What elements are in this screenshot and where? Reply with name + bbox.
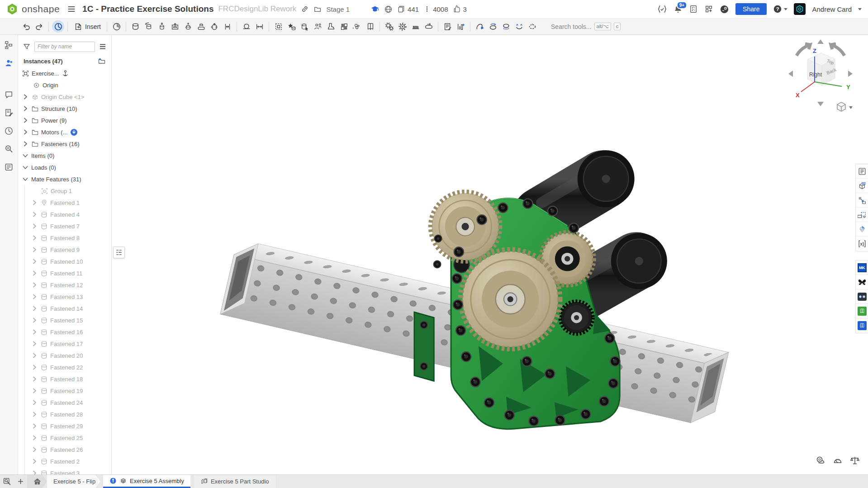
tree-item-mate[interactable]: Fastened 17 (18, 338, 111, 350)
chevron-down-icon[interactable] (22, 152, 29, 159)
chevron-down-icon[interactable] (858, 8, 862, 10)
chevron-down-icon[interactable] (22, 164, 29, 171)
tree-item-mate[interactable]: Fastened 8 (18, 232, 111, 244)
versions-history-icon[interactable] (4, 125, 14, 136)
mass-properties-icon[interactable] (850, 455, 860, 465)
tree-item-mate[interactable]: Fastened 28 (18, 408, 111, 420)
pattern-tool-icon[interactable] (338, 20, 350, 33)
chevron-right-icon[interactable] (31, 469, 38, 474)
tree-item-mate[interactable]: Fastened 19 (18, 385, 111, 397)
tree-item-mate[interactable]: Fastened 4 (18, 208, 111, 220)
tree-item-group[interactable]: Group 1 (18, 185, 111, 197)
pan-down-arrow[interactable] (817, 102, 824, 106)
add-folder-icon[interactable] (98, 57, 106, 65)
replicate-icon[interactable] (299, 20, 311, 33)
tree-item-mate[interactable]: Fastened 2 (18, 455, 111, 467)
onshape-logo[interactable]: onshape (6, 3, 60, 15)
link-icon[interactable] (301, 5, 309, 13)
pan-left-arrow[interactable] (788, 71, 793, 77)
tree-item-origin-cube[interactable]: Origin Cube <1> (18, 91, 111, 103)
tree-section-items[interactable]: Items (0) (18, 150, 111, 161)
mechanism-gears-icon[interactable] (383, 20, 395, 33)
tree-item-root-assembly[interactable]: Exercise... (18, 67, 111, 79)
group-tool-icon[interactable] (272, 20, 285, 33)
tree-item-mate[interactable]: Fastened 9 (18, 244, 111, 256)
chevron-right-icon[interactable] (31, 199, 38, 206)
pan-up-arrow[interactable] (817, 39, 824, 44)
standoff-plate[interactable] (414, 312, 434, 381)
folder-pages-icon[interactable] (364, 20, 376, 33)
likes-stat[interactable]: 3 (453, 5, 467, 13)
section-view-icon[interactable] (487, 20, 499, 33)
follow-user-icon[interactable] (4, 57, 14, 68)
chevron-right-icon[interactable] (31, 352, 38, 359)
home-tab[interactable] (27, 475, 47, 488)
tree-item-mate[interactable]: Fastened 29 (18, 420, 111, 432)
chevron-right-icon[interactable] (31, 281, 38, 289)
tree-item-mate[interactable]: Fastened 11 (18, 267, 111, 279)
chevron-right-icon[interactable] (31, 211, 38, 218)
chevron-right-icon[interactable] (31, 458, 38, 465)
variables-panel-icon[interactable] (856, 208, 868, 222)
tree-folder-power[interactable]: Power (9) (18, 114, 111, 126)
chevron-right-icon[interactable] (31, 246, 38, 253)
chevron-right-icon[interactable] (22, 93, 29, 100)
interference-check-icon[interactable] (455, 20, 467, 33)
tree-item-mate[interactable]: Fastened 26 (18, 444, 111, 455)
tree-section-loads[interactable]: Loads (0) (18, 161, 111, 173)
manikin-icon[interactable] (312, 20, 324, 33)
search-tools[interactable]: Search tools... alt/⌥ c (551, 23, 621, 30)
tree-folder-structure[interactable]: Structure (10) (18, 103, 111, 114)
chevron-right-icon[interactable] (31, 399, 38, 406)
shortcut-menu-icon[interactable] (52, 20, 64, 33)
tab-exercise-5-part-studio[interactable]: Exercise 5 Part Studio (194, 475, 275, 488)
chevron-right-icon[interactable] (22, 117, 29, 124)
rotate-cw-arrow[interactable] (831, 44, 844, 56)
distance-limit-icon[interactable] (253, 20, 266, 33)
tree-item-mate[interactable]: Fastened 15 (18, 314, 111, 326)
tree-item-origin[interactable]: Origin (18, 79, 111, 91)
ball-mate-icon[interactable] (208, 20, 220, 33)
chevron-right-icon[interactable] (31, 328, 38, 336)
tangent-mate-icon[interactable] (240, 20, 252, 33)
share-button[interactable]: Share (735, 3, 767, 15)
rotate-ccw-arrow[interactable] (797, 44, 810, 56)
copies-stat[interactable]: 441 (397, 5, 419, 13)
help-menu[interactable] (773, 5, 787, 14)
chevron-right-icon[interactable] (31, 422, 38, 430)
feature-script-icon[interactable] (657, 5, 667, 14)
butterfly-app-icon[interactable] (856, 275, 868, 289)
3d-viewport[interactable]: Top Right Back Z Y X (112, 35, 868, 474)
tree-item-mate[interactable]: Fastened 3 (18, 467, 111, 474)
sync-download-icon[interactable] (70, 128, 78, 136)
tree-folder-motors[interactable]: Motors (... (18, 126, 111, 138)
tree-item-mate[interactable]: Fastened 10 (18, 256, 111, 267)
chevron-right-icon[interactable] (31, 234, 38, 242)
tree-section-mate-features[interactable]: Mate Features (31) (18, 173, 111, 185)
tree-folder-fasteners[interactable]: Fasteners (16) (18, 138, 111, 150)
named-positions-icon[interactable] (110, 20, 123, 33)
list-options-icon[interactable] (99, 43, 107, 51)
followers-stat[interactable]: 4008 (423, 5, 448, 13)
release-notes-icon[interactable] (4, 107, 14, 118)
notifications-bell-icon[interactable]: 9+ (674, 5, 683, 14)
workspace-tree-icon[interactable] (4, 39, 14, 50)
tree-item-mate[interactable]: Fastened 20 (18, 350, 111, 361)
mkcad-app-icon[interactable]: MK (856, 261, 868, 275)
chevron-right-icon[interactable] (31, 223, 38, 230)
cylindrical-mate-icon[interactable] (182, 20, 194, 33)
tree-item-mate[interactable]: Fastened 25 (18, 432, 111, 444)
folder-location[interactable]: Stage 1 (326, 5, 350, 13)
blue-book-app-icon[interactable] (856, 318, 868, 333)
chevron-right-icon[interactable] (31, 270, 38, 277)
frame-tool-icon[interactable] (325, 20, 337, 33)
tab-exercise-5-assembly[interactable]: Exercise 5 Assembly (103, 475, 190, 488)
green-book-app-icon[interactable] (856, 304, 868, 318)
view-mode-button[interactable] (837, 102, 853, 111)
undo-button[interactable] (20, 20, 32, 33)
avatar[interactable] (794, 3, 806, 15)
robot-app-icon[interactable] (856, 289, 868, 304)
tree-item-mate[interactable]: Fastened 12 (18, 279, 111, 291)
configurations-panel-icon[interactable] (856, 193, 868, 208)
tree-item-mate[interactable]: Fastened 7 (18, 220, 111, 232)
